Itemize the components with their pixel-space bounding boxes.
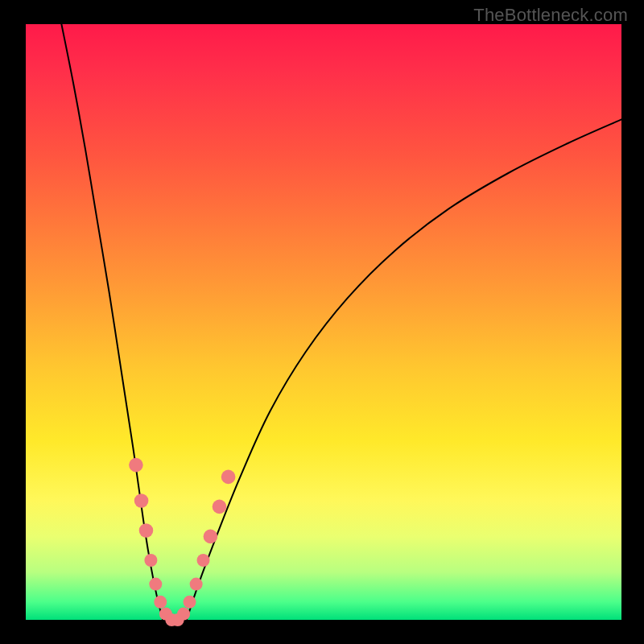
curve-marker: [190, 578, 203, 591]
curve-marker: [213, 500, 227, 514]
curve-marker: [204, 530, 218, 544]
curve-marker: [144, 554, 157, 567]
curve-marker: [149, 578, 162, 591]
watermark-text: TheBottleneck.com: [473, 5, 628, 26]
curve-marker: [139, 523, 154, 538]
plot-area: [26, 24, 621, 620]
curve-marker: [197, 554, 210, 567]
curve-marker: [184, 596, 196, 609]
curve-marker: [221, 470, 236, 485]
curve-marker: [177, 608, 190, 621]
chart-frame: TheBottleneck.com: [0, 0, 644, 644]
curve-layer: [26, 24, 621, 620]
curve-markers: [129, 458, 235, 626]
curve-marker: [134, 493, 149, 508]
curve-marker: [129, 458, 143, 473]
curve-marker: [154, 596, 167, 609]
